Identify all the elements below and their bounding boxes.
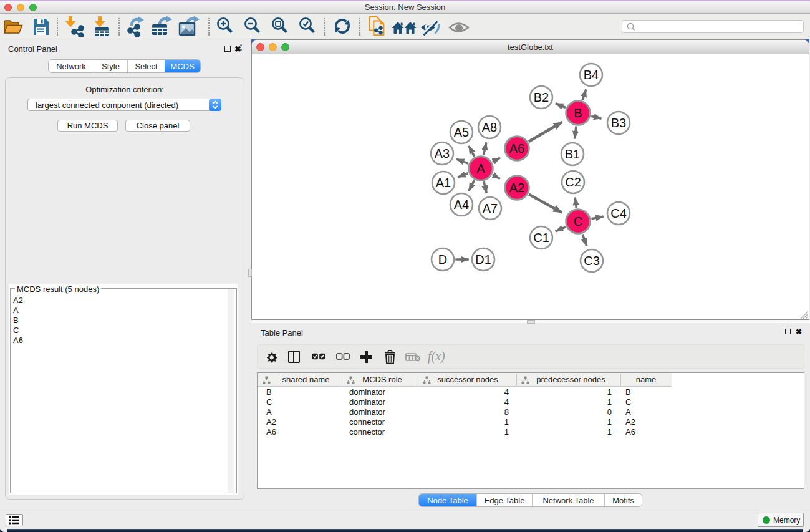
svg-text:B4: B4	[584, 68, 599, 82]
svg-text:C4: C4	[610, 206, 627, 220]
svg-text:C1: C1	[533, 231, 549, 244]
svg-text:A: A	[476, 162, 485, 175]
svg-text:B1: B1	[565, 147, 580, 161]
svg-text:A4: A4	[454, 198, 469, 211]
svg-text:A3: A3	[435, 147, 450, 160]
svg-text:B: B	[574, 106, 582, 120]
svg-text:D1: D1	[475, 253, 491, 266]
svg-text:C2: C2	[565, 175, 581, 189]
svg-text:A5: A5	[454, 125, 469, 139]
svg-text:B3: B3	[611, 116, 626, 130]
svg-text:D: D	[438, 253, 447, 266]
svg-text:A6: A6	[509, 142, 524, 155]
svg-text:C3: C3	[584, 254, 600, 268]
svg-text:A2: A2	[509, 181, 524, 195]
svg-text:A8: A8	[482, 120, 497, 134]
svg-text:A1: A1	[436, 176, 451, 190]
svg-text:A7: A7	[483, 201, 498, 215]
svg-text:B2: B2	[534, 90, 549, 104]
svg-text:C: C	[574, 215, 582, 228]
